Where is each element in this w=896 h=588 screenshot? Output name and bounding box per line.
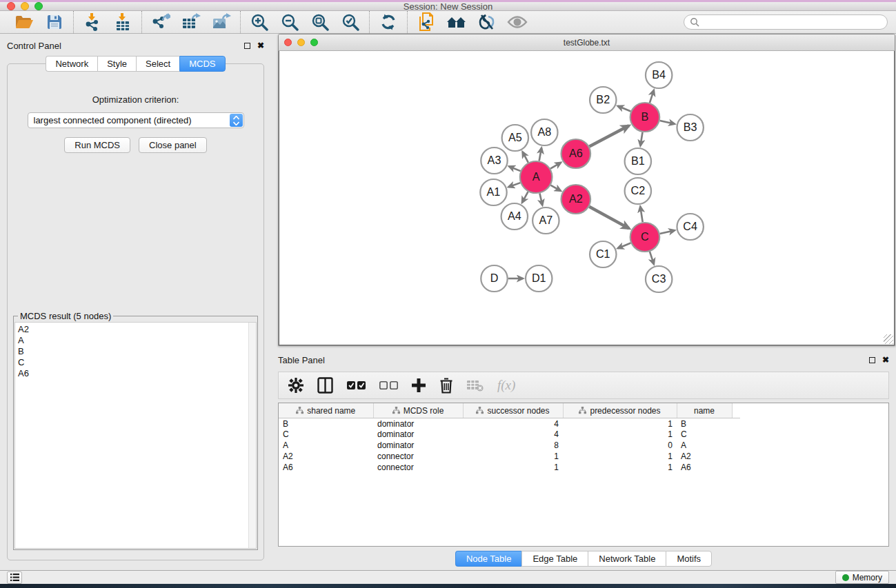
graph-node-C4[interactable]: C4 [677, 214, 703, 240]
result-list-item[interactable]: B [18, 346, 246, 357]
column-header[interactable]: shared name [279, 403, 373, 418]
graph-node-D1[interactable]: D1 [526, 265, 552, 292]
graph-edge[interactable] [589, 126, 628, 147]
graph-node-A7[interactable]: A7 [532, 207, 559, 234]
home-browser-icon[interactable] [446, 12, 467, 32]
float-panel-icon[interactable] [869, 357, 875, 363]
table-cell[interactable]: 1 [563, 451, 677, 462]
clone-network-document-icon[interactable] [416, 12, 437, 32]
table-cell[interactable]: A2 [279, 451, 373, 462]
graph-node-C1[interactable]: C1 [590, 241, 616, 267]
graph-node-B2[interactable]: B2 [590, 87, 616, 113]
column-header[interactable]: name [677, 403, 732, 418]
import-table-icon[interactable] [112, 12, 133, 32]
select-all-checkboxes-icon[interactable] [347, 381, 366, 390]
deselect-all-checkboxes-icon[interactable] [379, 381, 398, 390]
graph-edge[interactable] [640, 207, 642, 223]
table-cell[interactable]: A2 [677, 451, 732, 462]
graph-edge[interactable] [539, 148, 541, 161]
export-table-icon[interactable] [181, 12, 201, 32]
graph-node-A1[interactable]: A1 [480, 179, 506, 205]
network-window-titlebar[interactable]: testGlobe.txt [279, 34, 895, 51]
hide-annotation-icon[interactable] [477, 12, 497, 32]
table-cell[interactable]: A [279, 440, 373, 451]
import-network-icon[interactable] [82, 12, 103, 32]
result-list-item[interactable]: A2 [18, 324, 246, 335]
graph-node-D[interactable]: D [481, 265, 507, 292]
graph-edge[interactable] [550, 163, 561, 169]
tab-select[interactable]: Select [136, 56, 179, 72]
table-cell[interactable]: 8 [463, 440, 563, 451]
graph-node-B3[interactable]: B3 [677, 114, 703, 141]
task-history-button[interactable] [7, 571, 22, 584]
table-cell[interactable]: 1 [563, 429, 677, 440]
table-cell[interactable]: 1 [463, 462, 563, 473]
graph-edge[interactable] [539, 194, 542, 205]
table-cell[interactable]: A [677, 440, 732, 451]
gear-icon[interactable] [288, 378, 303, 393]
add-column-icon[interactable] [412, 378, 426, 392]
search-input[interactable] [699, 17, 882, 27]
graph-node-A3[interactable]: A3 [481, 148, 507, 174]
graph-edge[interactable] [650, 252, 654, 264]
graph-node-A8[interactable]: A8 [531, 119, 557, 145]
open-folder-icon[interactable] [14, 12, 34, 32]
network-graph[interactable]: AA6A2BCA1A3A4A5A7A8B1B2B3B4C1C2C3C4DD1 [279, 51, 894, 345]
graph-node-C[interactable]: C [630, 223, 659, 252]
graph-node-A4[interactable]: A4 [501, 203, 528, 230]
table-cell[interactable]: connector [373, 462, 463, 473]
save-icon[interactable] [44, 12, 65, 32]
table-cell[interactable]: 1 [463, 451, 563, 462]
table-cell[interactable]: B [279, 418, 373, 429]
export-network-icon[interactable] [150, 12, 171, 32]
column-header[interactable]: predecessor nodes [563, 403, 677, 418]
graph-edge[interactable] [523, 152, 528, 163]
refresh-icon[interactable] [378, 12, 399, 32]
graph-edge[interactable] [660, 121, 675, 124]
float-panel-icon[interactable] [244, 43, 250, 49]
memory-button[interactable]: Memory [835, 571, 889, 584]
table-cell[interactable]: 0 [563, 440, 677, 451]
split-columns-icon[interactable] [317, 377, 333, 394]
column-header[interactable]: successor nodes [463, 403, 563, 418]
table-row[interactable]: Adominator80A [279, 440, 740, 451]
table-row[interactable]: Cdominator41C [279, 429, 740, 440]
graph-node-C3[interactable]: C3 [646, 266, 672, 292]
table-cell[interactable]: C [279, 429, 373, 440]
tab-mcds[interactable]: MCDS [179, 56, 225, 72]
zoom-fit-icon[interactable] [310, 12, 330, 32]
mcds-result-list[interactable]: A2ABCA6 [14, 322, 257, 549]
table-cell[interactable]: dominator [373, 418, 463, 429]
table-cell[interactable]: 4 [463, 418, 563, 429]
graph-edge[interactable] [660, 231, 675, 234]
graph-node-A5[interactable]: A5 [502, 125, 528, 151]
close-panel-icon[interactable]: ✖ [257, 43, 264, 49]
network-canvas[interactable]: AA6A2BCA1A3A4A5A7A8B1B2B3B4C1C2C3C4DD1 [279, 51, 895, 345]
table-cell[interactable]: 1 [563, 418, 677, 429]
search-field[interactable] [684, 14, 888, 30]
delete-column-trash-icon[interactable] [439, 378, 453, 394]
table-cell[interactable]: 4 [463, 429, 563, 440]
tab-network-table[interactable]: Network Table [588, 551, 666, 567]
result-list-item[interactable]: C [18, 357, 246, 368]
tab-motifs[interactable]: Motifs [666, 551, 712, 567]
criterion-select[interactable]: largest connected component (directed) [28, 112, 244, 128]
graph-edge[interactable] [589, 207, 629, 229]
graph-edge[interactable] [618, 243, 631, 249]
table-row[interactable]: Bdominator41B [279, 418, 740, 429]
graph-node-B[interactable]: B [630, 103, 659, 132]
tab-style[interactable]: Style [97, 56, 136, 72]
graph-edge[interactable] [508, 183, 520, 187]
graph-edge[interactable] [509, 167, 520, 172]
result-list-item[interactable]: A [18, 335, 246, 346]
result-list-item[interactable]: A6 [18, 368, 246, 379]
table-cell[interactable]: A6 [677, 462, 732, 473]
tab-network[interactable]: Network [46, 56, 97, 72]
run-mcds-button[interactable]: Run MCDS [64, 137, 130, 153]
graph-node-A6[interactable]: A6 [561, 139, 590, 168]
table-cell[interactable]: dominator [373, 429, 463, 440]
graph-node-C2[interactable]: C2 [625, 178, 651, 204]
table-cell[interactable]: C [677, 429, 732, 440]
graph-node-B1[interactable]: B1 [625, 148, 651, 174]
node-table[interactable]: shared nameMCDS rolesuccessor nodesprede… [278, 403, 889, 547]
